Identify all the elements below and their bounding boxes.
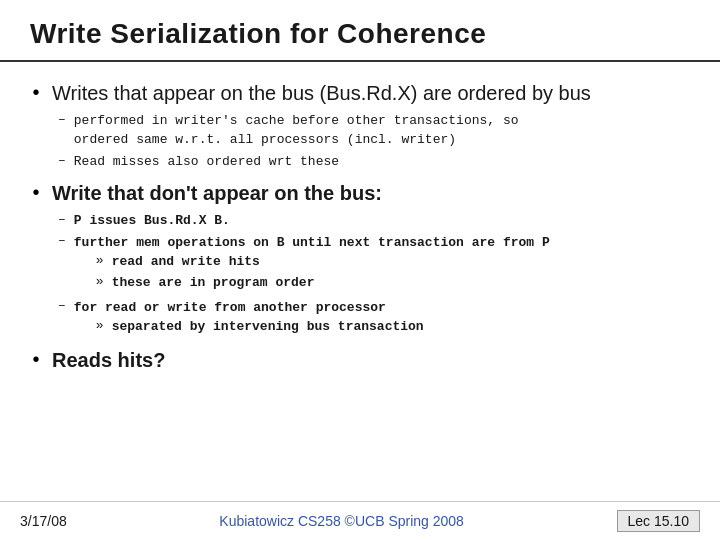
bullet-3: • Reads hits? [30, 347, 690, 373]
marker-2-2-2: » [96, 274, 104, 289]
sub-bullet-2-2: – further mem operations on B until next… [58, 233, 690, 295]
sub-bullet-2-1: – P issues Bus.Rd.X B. [58, 212, 690, 231]
bullet-2-text: Write that don't appear on the bus: [52, 180, 382, 206]
sub-bullet-2-3: – for read or write from another process… [58, 298, 690, 339]
sub-dash-2-1: – [58, 212, 66, 227]
slide-header: Write Serialization for Coherence [0, 0, 720, 62]
sub-text-2-2: further mem operations on B until next t… [74, 235, 550, 250]
bullet-dot-3: • [30, 349, 42, 372]
sub-sub-2-2-1: » read and write hits [96, 253, 550, 272]
sub-sub-text-2-2-2: these are in program order [112, 274, 315, 293]
sub-sub-text-2-2-1: read and write hits [112, 253, 260, 272]
sub-sub-2-3-1: » separated by intervening bus transacti… [96, 318, 424, 337]
slide-footer: 3/17/08 Kubiatowicz CS258 ©UCB Spring 20… [0, 501, 720, 540]
sub-sub-2-2-2: » these are in program order [96, 274, 550, 293]
sub-bullet-1-1: – performed in writer's cache before oth… [58, 112, 690, 150]
bullet-2: • Write that don't appear on the bus: [30, 180, 690, 206]
bullet-1-text: Writes that appear on the bus (Bus.Rd.X)… [52, 80, 591, 106]
footer-date: 3/17/08 [20, 513, 67, 529]
sub-text-2-3: for read or write from another processor [74, 300, 386, 315]
slide-body: • Writes that appear on the bus (Bus.Rd.… [0, 72, 720, 501]
sub-dash-1-2: – [58, 153, 66, 168]
sub-dash-2-3: – [58, 298, 66, 313]
marker-2-2-1: » [96, 253, 104, 268]
slide-container: Write Serialization for Coherence • Writ… [0, 0, 720, 540]
sub-dash-2-2: – [58, 233, 66, 248]
bullet-dot-1: • [30, 82, 42, 105]
footer-center: Kubiatowicz CS258 ©UCB Spring 2008 [219, 513, 464, 529]
sub-text-1-1: performed in writer's cache before other… [74, 112, 519, 150]
sub-dash-1-1: – [58, 112, 66, 127]
sub-text-2-1: P issues Bus.Rd.X B. [74, 212, 230, 231]
sub-text-1-2: Read misses also ordered wrt these [74, 153, 339, 172]
sub-sub-2-2: » read and write hits » these are in pro… [96, 253, 550, 293]
bullet-1: • Writes that appear on the bus (Bus.Rd.… [30, 80, 690, 106]
sub-sub-text-2-3-1: separated by intervening bus transaction [112, 318, 424, 337]
footer-lec: Lec 15.10 [617, 510, 701, 532]
bullet-2-subs: – P issues Bus.Rd.X B. – further mem ope… [58, 212, 690, 339]
bullet-1-subs: – performed in writer's cache before oth… [58, 112, 690, 172]
bullet-3-text: Reads hits? [52, 347, 165, 373]
slide-title: Write Serialization for Coherence [30, 18, 690, 50]
sub-bullet-1-2: – Read misses also ordered wrt these [58, 153, 690, 172]
bullet-dot-2: • [30, 182, 42, 205]
sub-sub-2-3: » separated by intervening bus transacti… [96, 318, 424, 337]
marker-2-3-1: » [96, 318, 104, 333]
